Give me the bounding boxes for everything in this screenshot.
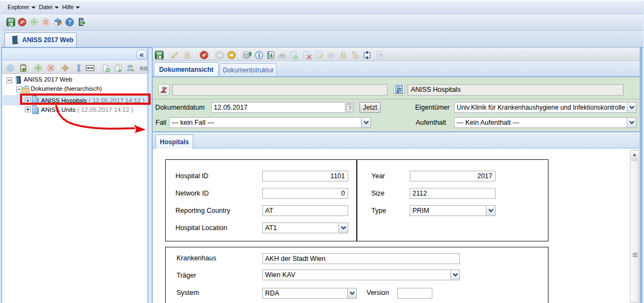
- svg-text:?: ?: [68, 19, 72, 25]
- svg-text:A: A: [378, 52, 381, 56]
